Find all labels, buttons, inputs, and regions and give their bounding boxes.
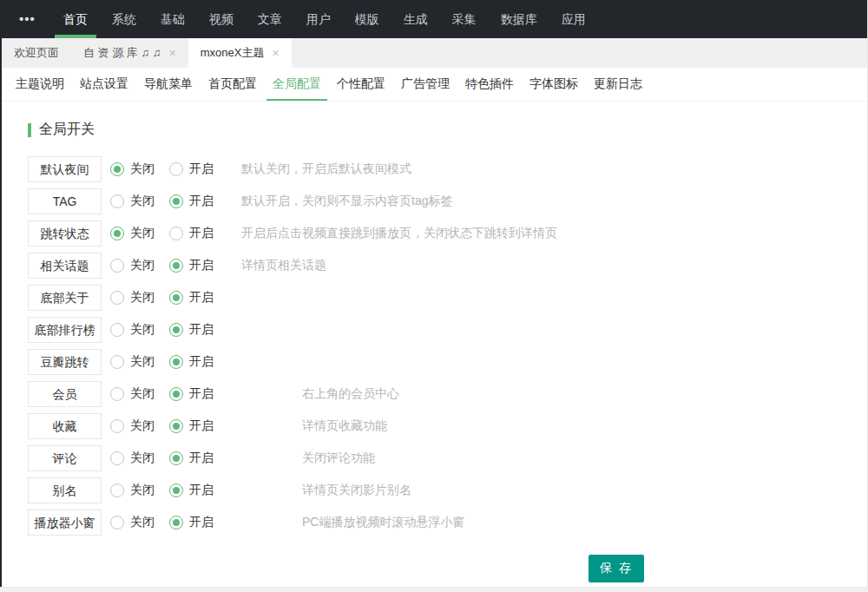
nav-item[interactable]: 采集 bbox=[444, 0, 485, 38]
nav-item[interactable]: 首页 bbox=[55, 0, 96, 38]
nav-item[interactable]: 视频 bbox=[201, 0, 242, 38]
setting-label: 评论 bbox=[28, 445, 102, 471]
radio-icon[interactable] bbox=[169, 259, 183, 273]
radio-option-off[interactable]: 关闭 bbox=[110, 354, 169, 370]
nav-item[interactable]: 应用 bbox=[553, 0, 595, 38]
radio-icon[interactable] bbox=[110, 483, 124, 497]
radio-icon[interactable] bbox=[169, 162, 183, 176]
radio-label: 关闭 bbox=[130, 226, 155, 241]
subtab[interactable]: 首页配置 bbox=[202, 68, 263, 101]
radio-label: 关闭 bbox=[130, 418, 155, 434]
radio-icon[interactable] bbox=[169, 291, 183, 305]
setting-label: 别名 bbox=[28, 477, 102, 503]
radio-label: 关闭 bbox=[130, 258, 155, 273]
radio-option-off[interactable]: 关闭 bbox=[110, 161, 169, 177]
setting-label: 收藏 bbox=[28, 413, 102, 439]
radio-icon[interactable] bbox=[110, 419, 124, 433]
radio-dot bbox=[114, 358, 121, 365]
nav-item[interactable]: 数据库 bbox=[492, 0, 546, 38]
page-tab[interactable]: 自 资 源 库 ♫ ♫× bbox=[71, 38, 188, 68]
subtab[interactable]: 全局配置 bbox=[266, 68, 327, 101]
radio-icon[interactable] bbox=[110, 323, 124, 337]
radio-option-off[interactable]: 关闭 bbox=[110, 194, 169, 209]
setting-row: 豆瓣跳转关闭开启 bbox=[28, 349, 867, 375]
subtab[interactable]: 导航菜单 bbox=[138, 68, 199, 101]
radio-option-off[interactable]: 关闭 bbox=[110, 451, 169, 466]
radio-option-off[interactable]: 关闭 bbox=[110, 418, 169, 434]
radio-icon[interactable] bbox=[110, 194, 124, 208]
radio-icon[interactable] bbox=[169, 387, 183, 401]
radio-option-off[interactable]: 关闭 bbox=[110, 322, 169, 338]
radio-icon[interactable] bbox=[169, 419, 183, 433]
radio-dot bbox=[173, 455, 180, 462]
radio-option-off[interactable]: 关闭 bbox=[110, 226, 169, 241]
radio-dot bbox=[173, 326, 180, 333]
radio-option-on[interactable]: 开启 bbox=[169, 418, 228, 434]
radio-option-on[interactable]: 开启 bbox=[169, 451, 228, 466]
radio-option-on[interactable]: 开启 bbox=[169, 483, 228, 498]
subtab[interactable]: 更新日志 bbox=[588, 68, 648, 101]
nav-item[interactable]: 基础 bbox=[152, 0, 194, 38]
radio-option-on[interactable]: 开启 bbox=[169, 322, 228, 338]
radio-label: 开启 bbox=[189, 290, 214, 306]
radio-option-on[interactable]: 开启 bbox=[169, 386, 228, 402]
radio-icon[interactable] bbox=[110, 162, 124, 176]
page-tab-label: 欢迎页面 bbox=[14, 45, 59, 61]
bottom-strip bbox=[0, 587, 868, 592]
nav-item[interactable]: 模版 bbox=[346, 0, 388, 38]
radio-icon[interactable] bbox=[110, 227, 124, 240]
radio-icon[interactable] bbox=[110, 355, 124, 369]
page-tab[interactable]: 欢迎页面 bbox=[2, 38, 71, 68]
subtab[interactable]: 站点设置 bbox=[74, 68, 135, 101]
radio-icon[interactable] bbox=[110, 291, 124, 305]
nav-item[interactable]: 用户 bbox=[298, 0, 339, 38]
radio-icon[interactable] bbox=[110, 387, 124, 401]
close-icon[interactable]: × bbox=[272, 47, 279, 59]
radio-icon[interactable] bbox=[169, 451, 183, 465]
radio-option-on[interactable]: 开启 bbox=[169, 290, 228, 306]
radio-icon[interactable] bbox=[169, 516, 183, 530]
subtab[interactable]: 主题说明 bbox=[10, 68, 70, 101]
radio-option-on[interactable]: 开启 bbox=[169, 161, 228, 177]
close-icon[interactable]: × bbox=[169, 47, 176, 59]
radio-icon[interactable] bbox=[169, 227, 183, 240]
radio-label: 开启 bbox=[189, 418, 214, 434]
subtab[interactable]: 广告管理 bbox=[395, 68, 456, 101]
subtab[interactable]: 特色插件 bbox=[459, 68, 520, 101]
radio-option-on[interactable]: 开启 bbox=[169, 354, 228, 370]
radio-icon[interactable] bbox=[110, 516, 124, 530]
more-menu-icon[interactable]: ••• bbox=[19, 0, 36, 38]
subtab[interactable]: 个性配置 bbox=[331, 68, 391, 101]
radio-group: 关闭开启 bbox=[110, 194, 228, 209]
radio-icon[interactable] bbox=[169, 483, 183, 497]
radio-option-off[interactable]: 关闭 bbox=[110, 290, 169, 306]
page-tab-label: 自 资 源 库 ♫ ♫ bbox=[83, 45, 161, 61]
radio-group: 关闭开启 bbox=[110, 418, 228, 434]
radio-option-off[interactable]: 关闭 bbox=[110, 258, 169, 273]
setting-description: 关闭评论功能 bbox=[302, 451, 375, 466]
radio-option-off[interactable]: 关闭 bbox=[110, 515, 169, 530]
radio-icon[interactable] bbox=[169, 355, 183, 369]
nav-item[interactable]: 系统 bbox=[103, 0, 145, 38]
radio-icon[interactable] bbox=[110, 259, 124, 273]
page-tab[interactable]: mxoneX主题× bbox=[188, 38, 292, 68]
setting-description: 右上角的会员中心 bbox=[302, 386, 399, 402]
radio-label: 关闭 bbox=[130, 515, 155, 530]
radio-option-on[interactable]: 开启 bbox=[169, 515, 228, 530]
subtab[interactable]: 字体图标 bbox=[523, 68, 584, 101]
radio-option-off[interactable]: 关闭 bbox=[110, 483, 169, 498]
radio-icon[interactable] bbox=[169, 323, 183, 337]
radio-option-on[interactable]: 开启 bbox=[169, 226, 228, 241]
nav-item[interactable]: 文章 bbox=[249, 0, 291, 38]
radio-option-off[interactable]: 关闭 bbox=[110, 386, 169, 402]
radio-option-on[interactable]: 开启 bbox=[169, 258, 228, 273]
radio-icon[interactable] bbox=[110, 451, 124, 465]
radio-dot bbox=[114, 423, 121, 430]
nav-item[interactable]: 生成 bbox=[395, 0, 437, 38]
radio-label: 关闭 bbox=[130, 386, 155, 402]
radio-icon[interactable] bbox=[169, 194, 183, 208]
save-button[interactable]: 保 存 bbox=[589, 555, 644, 582]
radio-dot bbox=[114, 294, 121, 301]
radio-option-on[interactable]: 开启 bbox=[169, 194, 228, 209]
radio-dot bbox=[114, 326, 121, 333]
